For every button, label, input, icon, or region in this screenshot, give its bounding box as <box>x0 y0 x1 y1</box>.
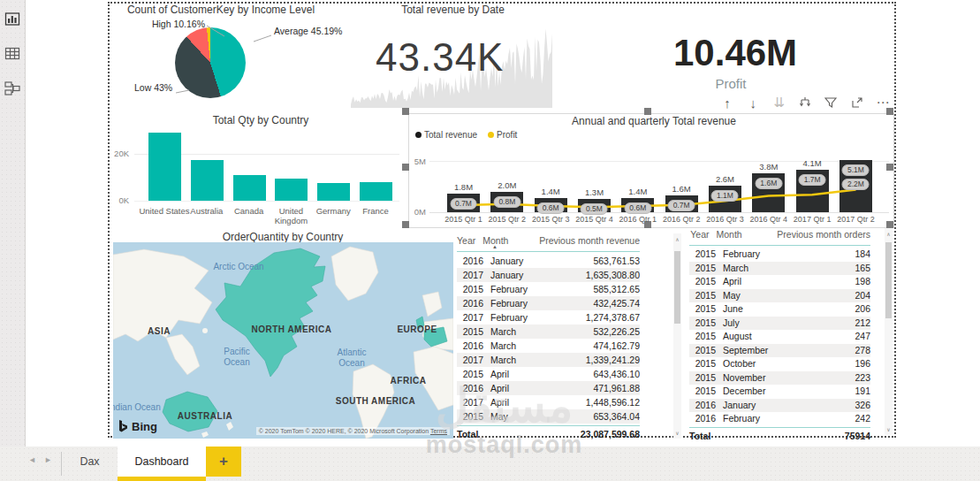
profit-data-label: 1.7M <box>799 174 826 186</box>
resize-handle[interactable] <box>402 221 409 228</box>
col-header-month[interactable]: Month <box>709 229 777 240</box>
table-row[interactable]: 2016February432,425.74 <box>457 296 640 310</box>
table-row[interactable]: 2015March532,226.25 <box>457 324 640 339</box>
table-row[interactable]: 2015February585,312.65 <box>457 282 640 296</box>
resize-handle[interactable] <box>402 164 409 171</box>
col-header-year[interactable]: Year <box>689 229 709 240</box>
map-title: OrderQuantity by Country <box>181 231 384 243</box>
profit-data-label: 0.6M <box>624 202 651 214</box>
orders-header-underline <box>689 245 870 246</box>
table-row[interactable]: 2016January326 <box>689 399 870 413</box>
tab-dashboard[interactable]: Dashboard <box>118 447 206 477</box>
cell-month: April <box>483 395 572 409</box>
cell-month: December <box>716 385 804 399</box>
col-header-prev-month-revenue[interactable]: Previous month revenue <box>539 235 640 246</box>
table-row[interactable]: 2017February1,274,378.67 <box>457 310 640 324</box>
profit-data-label: 0.6M <box>537 202 565 214</box>
drill-up-icon[interactable]: ↑ <box>718 93 737 112</box>
cell-month: February <box>483 296 572 310</box>
cell-month: April <box>716 275 804 289</box>
table-row[interactable]: 2016April471,961.88 <box>457 381 640 395</box>
map-region-label: EUROPE <box>397 324 437 334</box>
profit-card-value: 10.46M <box>673 32 788 74</box>
cell-year: 2015 <box>689 330 716 344</box>
bar-australia[interactable] <box>191 160 224 201</box>
go-to-next-level-icon[interactable]: ⇊ <box>770 93 789 112</box>
table-row[interactable]: 2015April198 <box>689 275 870 289</box>
table-row[interactable]: 2015June206 <box>689 302 870 317</box>
legend-item-profit[interactable]: Profit <box>488 130 517 140</box>
col-header-year[interactable]: Year <box>457 235 475 246</box>
filter-icon[interactable] <box>821 93 840 112</box>
revenue-data-label: 5.1M <box>842 164 870 176</box>
cell-value: 474,162.79 <box>572 339 640 353</box>
table-row[interactable]: 2016February242 <box>689 412 870 426</box>
cell-value: 191 <box>804 385 870 399</box>
cell-year: 2015 <box>689 344 716 358</box>
resize-handle[interactable] <box>402 108 409 115</box>
model-view-icon[interactable] <box>4 80 20 96</box>
filled-map[interactable]: ASIANORTH AMERICAEUROPEAFRICASOUTH AMERI… <box>113 242 453 439</box>
resize-handle[interactable] <box>886 164 893 171</box>
cell-value: 196 <box>804 357 870 371</box>
tab-dax[interactable]: Dax <box>62 447 118 477</box>
table-row[interactable]: 2015May653,364.04 <box>457 409 640 424</box>
combo-legend: Total revenue Profit <box>415 130 517 140</box>
report-view-icon[interactable] <box>4 11 20 27</box>
table-row[interactable]: 2017January1,635,308.80 <box>457 268 640 282</box>
next-page-icon[interactable]: ► <box>44 455 60 464</box>
bar-united-states[interactable] <box>148 133 181 201</box>
table-row[interactable]: 2015May204 <box>689 289 870 303</box>
data-view-icon[interactable] <box>4 46 20 62</box>
table-row[interactable]: 2015March165 <box>689 262 870 276</box>
cell-month: March <box>483 339 572 353</box>
resize-handle[interactable] <box>886 221 893 228</box>
table-row[interactable]: 2015February184 <box>689 248 870 262</box>
cell-value: 532,226.25 <box>572 324 640 339</box>
table-row[interactable]: 2016January563,761.53 <box>457 254 640 268</box>
profit-data-label: 0.7M <box>450 198 477 210</box>
map-region-label: NORTH AMERICA <box>251 324 331 334</box>
table-row[interactable]: 2015July212 <box>689 317 870 331</box>
resize-handle[interactable] <box>644 108 651 115</box>
col-header-month[interactable]: Month <box>475 235 539 246</box>
bar-canada[interactable] <box>233 175 266 201</box>
col-header-prev-month-orders[interactable]: Previous month orders <box>777 229 870 240</box>
table-row[interactable]: 2015April643,436.10 <box>457 367 640 381</box>
bing-logo[interactable]: Bing <box>118 420 157 433</box>
table-row[interactable]: 2015December191 <box>689 385 870 399</box>
table-row[interactable]: 2015October196 <box>689 357 870 371</box>
map-terms-link[interactable]: Terms <box>430 428 447 434</box>
table-row[interactable]: 2015August247 <box>689 330 870 344</box>
orders-table-scrollbar[interactable]: ∧ ∨ <box>885 228 893 435</box>
table-row[interactable]: 2015November223 <box>689 371 870 386</box>
cell-value: 1,274,378.67 <box>572 310 640 324</box>
prev-page-icon[interactable]: ◄ <box>28 455 44 464</box>
cell-year: 2017 <box>457 395 483 409</box>
table-row[interactable]: 2015September278 <box>689 344 870 358</box>
cell-month: April <box>483 381 572 395</box>
new-page-button[interactable]: + <box>206 447 241 477</box>
bar-chart-title: Total Qty by Country <box>159 114 362 126</box>
bar-france[interactable] <box>360 182 392 201</box>
bar-germany[interactable] <box>317 183 350 201</box>
drill-down-icon[interactable]: ↓ <box>743 93 763 112</box>
cell-month: October <box>716 357 804 371</box>
cell-value: 198 <box>804 275 870 289</box>
cell-value: 278 <box>804 344 870 358</box>
orders-table-header: Year Month Previous month orders <box>689 229 870 240</box>
table-row[interactable]: 2016March474,162.79 <box>457 339 640 353</box>
expand-all-down-icon[interactable] <box>795 93 815 112</box>
bar-united-kingdom[interactable] <box>275 179 308 201</box>
cell-value: 432,425.74 <box>572 296 640 310</box>
cell-month: July <box>716 317 804 331</box>
revenue-table-scrollbar[interactable]: ∧ ∨ <box>673 233 681 439</box>
cell-value: 247 <box>804 330 870 344</box>
table-row[interactable]: 2017April1,448,596.12 <box>457 395 640 409</box>
page-nav-arrows[interactable]: ◄► <box>28 455 60 464</box>
focus-mode-icon[interactable] <box>847 93 867 112</box>
table-row[interactable]: 2017March1,339,241.29 <box>457 353 640 367</box>
combo-baseline <box>429 212 889 213</box>
resize-handle[interactable] <box>886 108 893 115</box>
legend-item-total-revenue[interactable]: Total revenue <box>415 130 477 140</box>
